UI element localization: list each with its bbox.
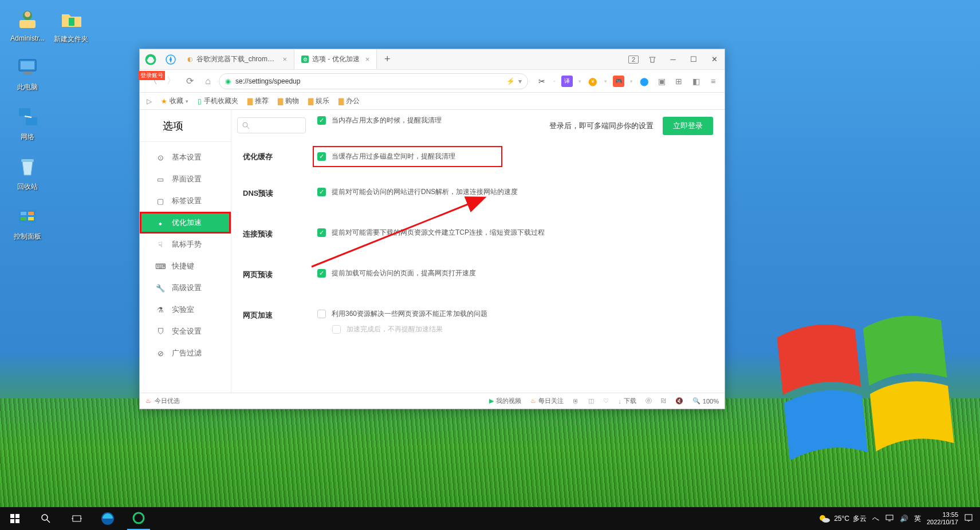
coin-icon[interactable]: ⬤¥	[587, 76, 599, 87]
checkbox-cache-remind[interactable]: ✓ 当缓存占用过多磁盘空间时，提醒我清理	[317, 152, 455, 161]
option-section-page-accel: 网页加速 利用360资源解决一些网页资源不能正常加载的问题 加速完成后，不再提醒…	[243, 309, 725, 340]
sidebar-item-security[interactable]: ⛉安全设置	[140, 321, 231, 342]
taskbar-app-edge[interactable]	[96, 507, 119, 530]
taskbar-clock[interactable]: 13:55 2022/10/17	[927, 511, 958, 526]
maximize-button[interactable]: ☐	[683, 49, 704, 70]
record-icon[interactable]: ◧	[690, 76, 702, 87]
start-button[interactable]	[3, 507, 26, 530]
section-label: 优化缓存	[243, 151, 317, 162]
checkbox-360-resource[interactable]: 利用360资源解决一些网页资源不能正常加载的问题	[317, 309, 725, 319]
phone-favorites[interactable]: ▯手机收藏夹	[198, 96, 238, 106]
favorites-button[interactable]: ★收藏▾	[161, 96, 188, 106]
sidebar-item-speedup[interactable]: ⬥优化加速	[140, 212, 231, 234]
cut-icon[interactable]: ₪	[661, 397, 666, 405]
mute-icon[interactable]: 🔇	[675, 397, 683, 405]
hand-icon: ☟	[156, 240, 165, 249]
sidebar-item-gestures[interactable]: ☟鼠标手势	[140, 234, 231, 255]
login-account-tag[interactable]: 登录账号	[139, 71, 165, 80]
panel-icon	[14, 203, 41, 230]
svg-rect-36	[965, 515, 972, 520]
zoom-indicator[interactable]: 🔍100%	[692, 397, 719, 405]
taskbar-app-360browser[interactable]	[127, 507, 150, 530]
ime-indicator[interactable]: 英	[914, 514, 921, 524]
mail-icon[interactable]: ⓔ	[646, 397, 652, 405]
search-button[interactable]	[34, 507, 57, 530]
bookmark-folder[interactable]: ▇推荐	[247, 96, 269, 106]
notifications-button[interactable]	[964, 513, 973, 524]
translate-icon[interactable]: 译	[561, 76, 573, 87]
options-sidebar: 选项 ⊙基本设置 ▭界面设置 ▢标签设置 ⬥优化加速 ☟鼠标手势 ⌨快捷键 🔧高…	[140, 110, 231, 393]
forward-button[interactable]: 〉	[164, 74, 179, 89]
game-icon[interactable]: 🎮	[613, 76, 624, 87]
menu-icon[interactable]: ≡	[707, 76, 719, 87]
checkbox-dns-prefetch[interactable]: ✓ 提前对可能会访问的网站进行DNS解析，加速连接网站的速度	[317, 187, 725, 197]
scissors-icon[interactable]: ✂	[536, 76, 548, 87]
bm-label: 手机收藏夹	[204, 96, 238, 106]
browser-logo-icon[interactable]: 登录账号	[140, 54, 162, 65]
tray-chevron-icon[interactable]: へ	[872, 514, 879, 524]
desktop-icon-newfolder[interactable]: 新建文件夹	[49, 6, 93, 44]
login-button[interactable]: 立即登录	[663, 117, 713, 135]
checkbox-page-prefetch[interactable]: ✓ 提前加载可能会访问的页面，提高网页打开速度	[317, 268, 725, 278]
desktop-icon-label: 网络	[6, 132, 49, 142]
close-tab-icon[interactable]: ×	[365, 55, 370, 64]
paw-icon[interactable]: ⬤	[639, 76, 650, 87]
bolt-icon[interactable]: ⚡	[506, 77, 515, 85]
browser-toolbar: 〈 〉 ⟳ ⌂ ◉ se://settings/speedup ⚡ ▾ ✂ · …	[140, 70, 725, 93]
option-section-cache: 优化缓存 ✓ 当缓存占用过多磁盘空间时，提醒我清理	[243, 151, 725, 162]
tab-count-badge[interactable]: 2	[628, 56, 639, 64]
sidebar-item-lab[interactable]: ⚗实验室	[140, 299, 231, 321]
home-button[interactable]: ⌂	[200, 74, 215, 89]
desktop-icon-recyclebin[interactable]: 回收站	[6, 153, 49, 192]
tray-volume-icon[interactable]: 🔊	[900, 515, 908, 523]
shield-status-icon[interactable]: ⛨	[573, 398, 579, 405]
download-button[interactable]: ↓下载	[618, 397, 636, 405]
weather-text: 多云	[853, 514, 867, 524]
desktop-icon-thispc[interactable]: 此电脑	[6, 54, 49, 92]
bookmark-folder[interactable]: ▇购物	[278, 96, 299, 106]
extension-icon[interactable]: ▣	[656, 76, 667, 87]
sidebar-item-basic[interactable]: ⊙基本设置	[140, 147, 231, 168]
bookmark-folder[interactable]: ▇娱乐	[308, 96, 329, 106]
grid-icon[interactable]: ⊞	[673, 76, 684, 87]
zoom-value: 100%	[703, 398, 719, 405]
statusbar-left[interactable]: ♨ 今日优选	[145, 397, 180, 405]
sidebar-item-interface[interactable]: ▭界面设置	[140, 168, 231, 190]
compass-icon[interactable]	[162, 54, 180, 65]
lock-icon: ◉	[225, 77, 231, 85]
task-view-button[interactable]	[65, 507, 88, 530]
block-icon: ⊘	[156, 349, 165, 358]
sidebar-item-adblock[interactable]: ⊘广告过滤	[140, 342, 231, 364]
checkbox-tcp-prefetch[interactable]: ✓ 提前对可能需要下载的网页资源文件建立TCP连接，缩短资源下载过程	[317, 228, 725, 238]
minimize-button[interactable]: ─	[663, 49, 683, 70]
weather-widget[interactable]: 25°C 多云	[818, 512, 867, 525]
desktop-icon-network[interactable]: 网络	[6, 104, 49, 142]
options-content: 登录后，即可多端同步你的设置 立即登录 ✓ 当内存占用太多的时候，提醒我清理 优…	[231, 110, 725, 393]
svg-rect-6	[23, 72, 32, 74]
sidebar-item-shortcuts[interactable]: ⌨快捷键	[140, 255, 231, 277]
close-tab-icon[interactable]: ×	[282, 55, 287, 64]
desktop-icon-administrator[interactable]: Administr...	[6, 6, 49, 42]
hot-icon: ♨	[145, 397, 151, 405]
bookmark-folder[interactable]: ▇办公	[339, 96, 360, 106]
heart-icon[interactable]: ♡	[603, 397, 609, 405]
tray-network-icon[interactable]	[885, 514, 894, 524]
bookmarks-toggle-icon[interactable]: ▷	[147, 97, 152, 105]
skin-icon[interactable]	[642, 49, 663, 70]
tab-options-speedup[interactable]: ⚙ 选项 - 优化加速 ×	[294, 49, 377, 69]
tab-google-chrome-download[interactable]: ◐ 谷歌浏览器下载_chrome浏览器官 ×	[180, 49, 294, 69]
my-video-button[interactable]: ▶我的视频	[489, 397, 521, 405]
close-button[interactable]: ✕	[704, 49, 725, 70]
dropdown-icon[interactable]: ▾	[518, 77, 522, 85]
desktop-icon-label: 控制面板	[6, 232, 49, 242]
desktop-icon-controlpanel[interactable]: 控制面板	[6, 203, 49, 242]
sidebar-label: 鼠标手势	[172, 239, 202, 250]
sidebar-item-advanced[interactable]: 🔧高级设置	[140, 277, 231, 299]
sidebar-label: 界面设置	[172, 174, 202, 184]
daily-focus-button[interactable]: ♨每日关注	[530, 397, 564, 405]
new-tab-button[interactable]: +	[377, 49, 397, 69]
address-bar[interactable]: ◉ se://settings/speedup ⚡ ▾	[219, 73, 528, 89]
sidebar-item-tabs[interactable]: ▢标签设置	[140, 190, 231, 212]
filter-status-icon[interactable]: ◫	[588, 397, 594, 405]
reload-button[interactable]: ⟳	[182, 74, 197, 89]
